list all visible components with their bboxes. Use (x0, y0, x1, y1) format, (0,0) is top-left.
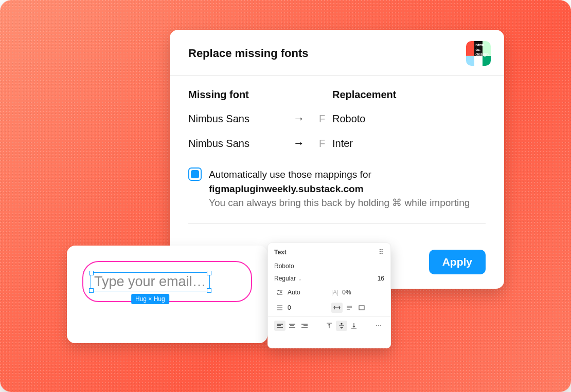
frame-selection-outline: Type your email… Hug × Hug (82, 261, 252, 302)
replacement-font-name[interactable]: Inter (332, 138, 486, 150)
apply-button[interactable]: Apply (429, 250, 486, 274)
letter-spacing-icon: |A| (331, 289, 338, 296)
auto-use-description: Automatically use those mappings for fig… (209, 167, 486, 210)
html-to-design-plugin-icon (466, 41, 491, 66)
font-size-input[interactable]: 16 (378, 275, 384, 282)
chevron-down-icon: ⌄ (298, 276, 302, 282)
text-align-middle-icon[interactable] (336, 321, 347, 331)
auto-width-icon[interactable] (331, 303, 343, 313)
paragraph-spacing-input[interactable]: 0 (288, 304, 291, 311)
fixed-size-icon[interactable] (356, 303, 367, 313)
panel-title: Text (274, 249, 287, 256)
text-align-center-icon[interactable] (287, 321, 298, 331)
text-align-bottom-icon[interactable] (348, 321, 360, 331)
panel-drag-handle-icon[interactable]: ⠿ (379, 248, 384, 256)
missing-font-name: Nimbus Sans (188, 113, 286, 125)
svg-text:A: A (280, 290, 282, 294)
placeholder-text-value: Type your email… (94, 274, 206, 289)
font-weight-select[interactable]: Regular (274, 275, 296, 282)
letter-spacing-input[interactable]: 0% (342, 289, 351, 296)
text-properties-panel: Text ⠿ Roboto Regular ⌄ 16 A Auto |A| (267, 242, 391, 348)
font-family-select[interactable]: Roboto (274, 263, 294, 270)
text-align-top-icon[interactable] (324, 321, 335, 331)
selected-text-node[interactable]: Type your email… Hug × Hug (91, 272, 210, 291)
column-header-replacement: Replacement (332, 89, 486, 101)
font-family-glyph-icon: F (312, 138, 332, 150)
column-header-missing: Missing font (188, 89, 286, 101)
arrow-icon: → (286, 137, 312, 150)
text-align-right-icon[interactable] (299, 321, 310, 331)
design-canvas-card: Type your email… Hug × Hug (67, 246, 267, 343)
text-align-left-icon[interactable] (274, 321, 286, 331)
background-canvas: Replace missing fonts Missing font Repla… (0, 0, 571, 392)
line-height-icon: A (274, 287, 286, 297)
replacement-font-name[interactable]: Roboto (332, 113, 486, 125)
more-type-options-icon[interactable]: ⋯ (373, 322, 384, 329)
auto-use-checkbox[interactable] (188, 167, 202, 181)
line-height-input[interactable]: Auto (288, 289, 300, 296)
auto-height-icon[interactable] (344, 303, 355, 313)
paragraph-spacing-icon (274, 303, 286, 313)
missing-font-name: Nimbus Sans (188, 138, 286, 150)
arrow-icon: → (286, 112, 312, 125)
modal-title: Replace missing fonts (188, 47, 309, 60)
font-family-glyph-icon: F (312, 113, 332, 125)
svg-rect-1 (359, 306, 364, 310)
autolayout-size-tag: Hug × Hug (131, 294, 169, 304)
